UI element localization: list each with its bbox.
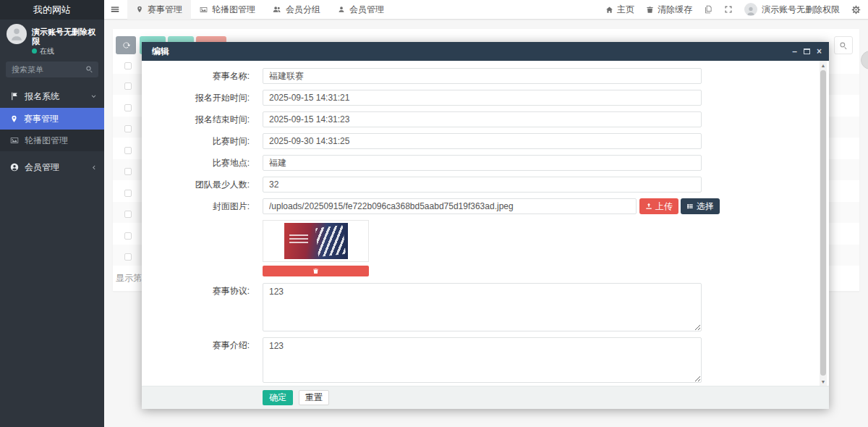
modal-body: 赛事名称: 报名开始时间: 报名结束时间: 比赛时间: 比赛地点: 团队最少人数…	[142, 61, 829, 386]
chevron-down-icon	[90, 93, 97, 100]
match-place-input[interactable]	[263, 155, 702, 171]
menu-search-input[interactable]	[6, 62, 98, 77]
trash-icon	[646, 6, 654, 14]
minimize-icon[interactable]: –	[792, 47, 797, 56]
sidebar-item-member-management[interactable]: 会员管理	[0, 156, 104, 178]
list-icon	[686, 203, 694, 210]
signup-start-input[interactable]	[263, 90, 702, 106]
search-icon	[85, 65, 93, 73]
user-menu[interactable]: 演示账号无删除权限	[744, 3, 840, 16]
min-team-size-input[interactable]	[263, 177, 702, 193]
cover-thumbnail[interactable]	[284, 223, 348, 259]
choose-button[interactable]: 选择	[681, 198, 720, 214]
chevron-left-icon	[90, 164, 97, 171]
online-status-label: 在线	[40, 47, 54, 55]
field-label-cover-image: 封面图片:	[142, 198, 263, 214]
avatar	[7, 24, 27, 44]
sidebar-username: 演示账号无删除权限	[32, 25, 98, 46]
image-icon	[200, 6, 208, 14]
intro-textarea[interactable]: 123	[263, 337, 702, 383]
cover-preview-box	[263, 220, 369, 262]
app-title: 我的网站	[0, 0, 104, 20]
signup-end-input[interactable]	[263, 111, 702, 127]
scrollbar-thumb[interactable]	[820, 70, 826, 376]
edit-modal: 编辑 – × 赛事名称: 报名开始时间: 报名结束时间: 比赛时间: 比赛地点:…	[142, 42, 829, 409]
copy-icon[interactable]	[704, 5, 712, 14]
sidebar-menu: 报名系统 赛事管理 轮播图管理 会员管理	[0, 87, 104, 178]
sidebar-item-label: 会员管理	[25, 161, 90, 174]
clear-cache-link[interactable]: 清除缓存	[646, 4, 692, 16]
field-label-signup-start: 报名开始时间:	[142, 90, 263, 106]
top-navbar: 赛事管理 轮播图管理 会员分组 会员管理 主页 清除缓存 演示账号无删除权限	[104, 0, 868, 20]
maximize-icon[interactable]	[804, 48, 810, 54]
tab-carousel-management[interactable]: 轮播图管理	[191, 0, 264, 20]
close-icon[interactable]: ×	[817, 47, 822, 56]
field-label-match-time: 比赛时间:	[142, 133, 263, 149]
online-status-dot	[32, 48, 37, 54]
home-icon	[605, 6, 613, 14]
field-label-signup-end: 报名结束时间:	[142, 111, 263, 127]
sidebar-submenu: 赛事管理 轮播图管理	[0, 108, 104, 151]
field-label-event-name: 赛事名称:	[142, 68, 263, 84]
delete-cover-button[interactable]	[263, 266, 369, 276]
sidebar-item-signup-system[interactable]: 报名系统	[0, 87, 104, 106]
upload-button[interactable]: 上传	[639, 198, 678, 214]
field-label-intro: 赛事介绍:	[142, 337, 263, 383]
agreement-textarea[interactable]: 123	[263, 283, 702, 331]
trash-icon	[312, 268, 319, 274]
map-pin-icon	[136, 6, 143, 13]
event-name-input[interactable]	[263, 68, 702, 84]
match-time-input[interactable]	[263, 133, 702, 149]
tab-event-management[interactable]: 赛事管理	[127, 0, 191, 20]
sidebar-item-label: 赛事管理	[24, 113, 97, 125]
scroll-up-arrow[interactable]: ▲	[820, 61, 827, 69]
tab-label: 轮播图管理	[212, 4, 255, 16]
modal-footer: 确定 重置	[142, 386, 829, 409]
cogs-icon[interactable]	[851, 5, 861, 14]
tab-label: 赛事管理	[148, 4, 182, 16]
users-icon	[273, 5, 281, 14]
flag-icon	[10, 92, 19, 101]
tab-member-groups[interactable]: 会员分组	[264, 0, 329, 20]
sidebar-item-label: 轮播图管理	[25, 135, 97, 147]
sidebar: 我的网站 演示账号无删除权限 在线 报名系统 赛事管理 轮播图管理	[0, 0, 104, 427]
cover-path-input[interactable]	[263, 198, 637, 214]
field-label-match-place: 比赛地点:	[142, 155, 263, 171]
sidebar-item-label: 报名系统	[25, 90, 90, 103]
sidebar-item-carousel-management[interactable]: 轮播图管理	[0, 130, 104, 151]
confirm-button[interactable]: 确定	[263, 390, 293, 405]
user-icon	[338, 6, 345, 13]
navbar-username: 演示账号无删除权限	[762, 4, 840, 16]
tab-label: 会员分组	[286, 4, 320, 16]
map-pin-icon	[10, 115, 18, 123]
modal-scrollbar: ▲ ▼	[820, 61, 827, 386]
avatar	[744, 3, 757, 16]
upload-icon	[645, 203, 652, 210]
tab-member-management[interactable]: 会员管理	[329, 0, 393, 20]
scroll-down-arrow[interactable]: ▼	[820, 377, 827, 386]
tab-label: 会员管理	[349, 4, 384, 16]
fullscreen-icon[interactable]	[724, 5, 733, 14]
sidebar-item-event-management[interactable]: 赛事管理	[0, 108, 104, 130]
image-icon	[10, 136, 19, 145]
modal-header: 编辑 – ×	[142, 42, 829, 61]
modal-title: 编辑	[152, 46, 169, 56]
field-label-agreement: 赛事协议:	[142, 283, 263, 331]
home-link[interactable]: 主页	[605, 4, 634, 16]
field-label-min-team-size: 团队最少人数:	[142, 177, 263, 193]
reset-button[interactable]: 重置	[299, 390, 329, 405]
sidebar-user-panel: 演示账号无删除权限 在线	[0, 20, 104, 54]
menu-toggle-icon[interactable]	[104, 4, 127, 14]
user-circle-icon	[10, 163, 19, 172]
